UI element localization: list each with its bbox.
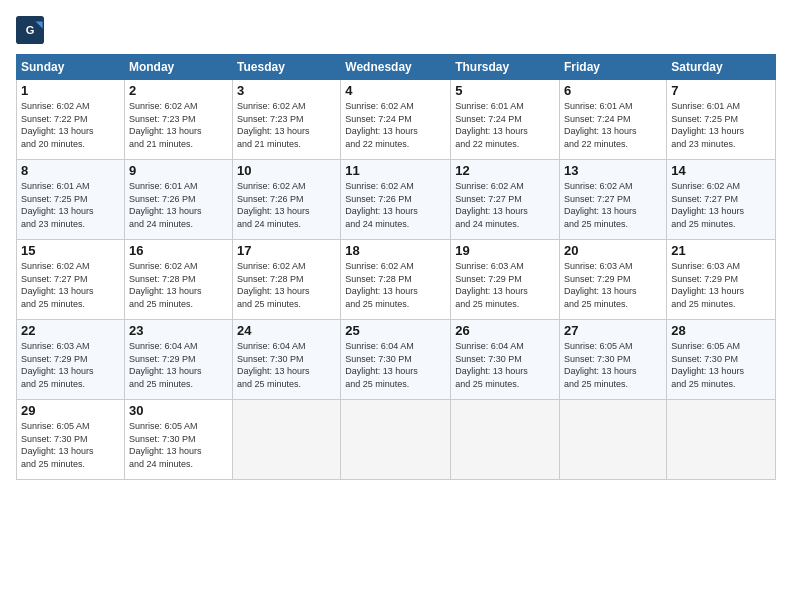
svg-text:G: G — [26, 24, 35, 36]
day-number: 13 — [564, 163, 662, 178]
day-number: 21 — [671, 243, 771, 258]
calendar-cell: 22Sunrise: 6:03 AMSunset: 7:29 PMDayligh… — [17, 320, 125, 400]
day-number: 29 — [21, 403, 120, 418]
calendar-cell: 2Sunrise: 6:02 AMSunset: 7:23 PMDaylight… — [124, 80, 232, 160]
calendar-cell: 8Sunrise: 6:01 AMSunset: 7:25 PMDaylight… — [17, 160, 125, 240]
day-info: Sunrise: 6:02 AMSunset: 7:28 PMDaylight:… — [237, 260, 336, 310]
day-header-tuesday: Tuesday — [233, 55, 341, 80]
day-info: Sunrise: 6:04 AMSunset: 7:30 PMDaylight:… — [237, 340, 336, 390]
day-number: 12 — [455, 163, 555, 178]
day-info: Sunrise: 6:02 AMSunset: 7:27 PMDaylight:… — [455, 180, 555, 230]
day-header-monday: Monday — [124, 55, 232, 80]
calendar-cell: 3Sunrise: 6:02 AMSunset: 7:23 PMDaylight… — [233, 80, 341, 160]
day-number: 24 — [237, 323, 336, 338]
day-info: Sunrise: 6:02 AMSunset: 7:28 PMDaylight:… — [129, 260, 228, 310]
day-info: Sunrise: 6:01 AMSunset: 7:24 PMDaylight:… — [564, 100, 662, 150]
calendar-cell — [341, 400, 451, 480]
calendar-cell — [233, 400, 341, 480]
calendar-cell: 13Sunrise: 6:02 AMSunset: 7:27 PMDayligh… — [560, 160, 667, 240]
day-number: 18 — [345, 243, 446, 258]
day-number: 8 — [21, 163, 120, 178]
day-info: Sunrise: 6:01 AMSunset: 7:25 PMDaylight:… — [671, 100, 771, 150]
day-info: Sunrise: 6:02 AMSunset: 7:26 PMDaylight:… — [237, 180, 336, 230]
calendar-cell: 11Sunrise: 6:02 AMSunset: 7:26 PMDayligh… — [341, 160, 451, 240]
day-number: 26 — [455, 323, 555, 338]
calendar-cell: 12Sunrise: 6:02 AMSunset: 7:27 PMDayligh… — [451, 160, 560, 240]
day-info: Sunrise: 6:05 AMSunset: 7:30 PMDaylight:… — [671, 340, 771, 390]
day-number: 25 — [345, 323, 446, 338]
calendar-cell: 9Sunrise: 6:01 AMSunset: 7:26 PMDaylight… — [124, 160, 232, 240]
header: G — [16, 16, 776, 44]
day-header-saturday: Saturday — [667, 55, 776, 80]
calendar-cell: 19Sunrise: 6:03 AMSunset: 7:29 PMDayligh… — [451, 240, 560, 320]
day-info: Sunrise: 6:01 AMSunset: 7:26 PMDaylight:… — [129, 180, 228, 230]
day-header-friday: Friday — [560, 55, 667, 80]
day-info: Sunrise: 6:05 AMSunset: 7:30 PMDaylight:… — [564, 340, 662, 390]
day-number: 4 — [345, 83, 446, 98]
calendar-cell: 26Sunrise: 6:04 AMSunset: 7:30 PMDayligh… — [451, 320, 560, 400]
day-number: 22 — [21, 323, 120, 338]
day-info: Sunrise: 6:02 AMSunset: 7:27 PMDaylight:… — [21, 260, 120, 310]
day-info: Sunrise: 6:03 AMSunset: 7:29 PMDaylight:… — [21, 340, 120, 390]
page: G SundayMondayTuesdayWednesdayThursdayFr… — [0, 0, 792, 612]
calendar-cell: 30Sunrise: 6:05 AMSunset: 7:30 PMDayligh… — [124, 400, 232, 480]
day-info: Sunrise: 6:02 AMSunset: 7:26 PMDaylight:… — [345, 180, 446, 230]
logo: G — [16, 16, 48, 44]
calendar-cell: 18Sunrise: 6:02 AMSunset: 7:28 PMDayligh… — [341, 240, 451, 320]
calendar-cell: 17Sunrise: 6:02 AMSunset: 7:28 PMDayligh… — [233, 240, 341, 320]
day-info: Sunrise: 6:02 AMSunset: 7:27 PMDaylight:… — [564, 180, 662, 230]
calendar-cell: 4Sunrise: 6:02 AMSunset: 7:24 PMDaylight… — [341, 80, 451, 160]
logo-icon: G — [16, 16, 44, 44]
day-number: 6 — [564, 83, 662, 98]
calendar-cell: 20Sunrise: 6:03 AMSunset: 7:29 PMDayligh… — [560, 240, 667, 320]
day-info: Sunrise: 6:02 AMSunset: 7:28 PMDaylight:… — [345, 260, 446, 310]
day-number: 7 — [671, 83, 771, 98]
day-info: Sunrise: 6:04 AMSunset: 7:30 PMDaylight:… — [455, 340, 555, 390]
calendar-header-row: SundayMondayTuesdayWednesdayThursdayFrid… — [17, 55, 776, 80]
calendar-cell: 1Sunrise: 6:02 AMSunset: 7:22 PMDaylight… — [17, 80, 125, 160]
calendar-cell: 15Sunrise: 6:02 AMSunset: 7:27 PMDayligh… — [17, 240, 125, 320]
day-number: 2 — [129, 83, 228, 98]
day-number: 30 — [129, 403, 228, 418]
day-info: Sunrise: 6:03 AMSunset: 7:29 PMDaylight:… — [671, 260, 771, 310]
day-number: 15 — [21, 243, 120, 258]
day-info: Sunrise: 6:03 AMSunset: 7:29 PMDaylight:… — [564, 260, 662, 310]
day-info: Sunrise: 6:04 AMSunset: 7:29 PMDaylight:… — [129, 340, 228, 390]
day-number: 16 — [129, 243, 228, 258]
day-number: 5 — [455, 83, 555, 98]
day-number: 3 — [237, 83, 336, 98]
calendar-cell: 14Sunrise: 6:02 AMSunset: 7:27 PMDayligh… — [667, 160, 776, 240]
day-number: 28 — [671, 323, 771, 338]
day-info: Sunrise: 6:03 AMSunset: 7:29 PMDaylight:… — [455, 260, 555, 310]
day-info: Sunrise: 6:05 AMSunset: 7:30 PMDaylight:… — [129, 420, 228, 470]
day-info: Sunrise: 6:02 AMSunset: 7:22 PMDaylight:… — [21, 100, 120, 150]
day-info: Sunrise: 6:02 AMSunset: 7:24 PMDaylight:… — [345, 100, 446, 150]
calendar-cell: 25Sunrise: 6:04 AMSunset: 7:30 PMDayligh… — [341, 320, 451, 400]
calendar-table: SundayMondayTuesdayWednesdayThursdayFrid… — [16, 54, 776, 480]
day-info: Sunrise: 6:05 AMSunset: 7:30 PMDaylight:… — [21, 420, 120, 470]
calendar-body: 1Sunrise: 6:02 AMSunset: 7:22 PMDaylight… — [17, 80, 776, 480]
calendar-cell — [667, 400, 776, 480]
day-number: 23 — [129, 323, 228, 338]
day-number: 1 — [21, 83, 120, 98]
calendar-cell: 10Sunrise: 6:02 AMSunset: 7:26 PMDayligh… — [233, 160, 341, 240]
day-header-sunday: Sunday — [17, 55, 125, 80]
calendar-week-3: 15Sunrise: 6:02 AMSunset: 7:27 PMDayligh… — [17, 240, 776, 320]
day-number: 10 — [237, 163, 336, 178]
calendar-week-2: 8Sunrise: 6:01 AMSunset: 7:25 PMDaylight… — [17, 160, 776, 240]
day-info: Sunrise: 6:02 AMSunset: 7:23 PMDaylight:… — [237, 100, 336, 150]
day-number: 27 — [564, 323, 662, 338]
calendar-cell: 29Sunrise: 6:05 AMSunset: 7:30 PMDayligh… — [17, 400, 125, 480]
calendar-week-4: 22Sunrise: 6:03 AMSunset: 7:29 PMDayligh… — [17, 320, 776, 400]
day-number: 20 — [564, 243, 662, 258]
calendar-cell: 27Sunrise: 6:05 AMSunset: 7:30 PMDayligh… — [560, 320, 667, 400]
day-number: 11 — [345, 163, 446, 178]
day-info: Sunrise: 6:01 AMSunset: 7:24 PMDaylight:… — [455, 100, 555, 150]
calendar-cell: 21Sunrise: 6:03 AMSunset: 7:29 PMDayligh… — [667, 240, 776, 320]
calendar-cell: 23Sunrise: 6:04 AMSunset: 7:29 PMDayligh… — [124, 320, 232, 400]
day-number: 14 — [671, 163, 771, 178]
calendar-cell: 7Sunrise: 6:01 AMSunset: 7:25 PMDaylight… — [667, 80, 776, 160]
calendar-cell: 5Sunrise: 6:01 AMSunset: 7:24 PMDaylight… — [451, 80, 560, 160]
calendar-cell: 28Sunrise: 6:05 AMSunset: 7:30 PMDayligh… — [667, 320, 776, 400]
calendar-week-1: 1Sunrise: 6:02 AMSunset: 7:22 PMDaylight… — [17, 80, 776, 160]
